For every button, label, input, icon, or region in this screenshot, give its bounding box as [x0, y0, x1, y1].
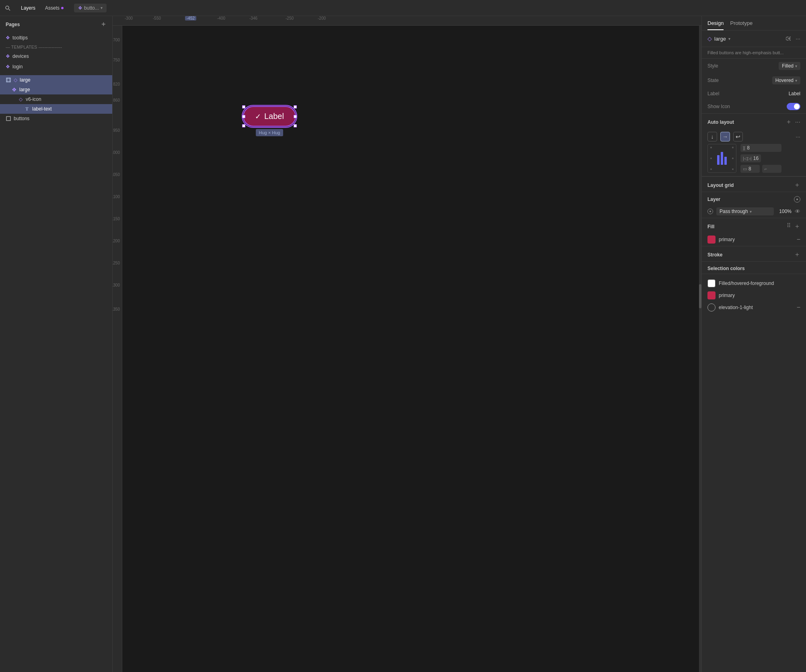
- sel-color-row-0: Filled/hovered-foreground: [707, 277, 800, 289]
- layer-target-icon[interactable]: [794, 196, 800, 203]
- al-align-box[interactable]: [707, 144, 736, 173]
- page-name-devices: devices: [12, 53, 29, 59]
- svg-point-0: [6, 6, 9, 9]
- v6-icon-layer-icon: ◇: [18, 96, 23, 102]
- handle-bl[interactable]: [242, 124, 245, 127]
- stroke-add[interactable]: ＋: [794, 250, 800, 259]
- pages-label: Pages: [6, 22, 20, 27]
- sel-label-1: primary: [719, 293, 735, 298]
- scroll-track[interactable]: [699, 26, 701, 672]
- style-value[interactable]: Filled ▾: [779, 62, 800, 70]
- component-link-icon[interactable]: [786, 35, 792, 42]
- page-item-devices[interactable]: ❖ devices: [0, 51, 112, 61]
- autolayout-section-header: Auto layout ＋ ···: [702, 113, 806, 129]
- label-prop-value: Label: [789, 91, 800, 96]
- handle-ml[interactable]: [242, 115, 245, 118]
- component-chevron[interactable]: ▾: [728, 37, 730, 41]
- tab-layers[interactable]: Layers: [17, 4, 39, 12]
- al-more-btn[interactable]: ···: [796, 133, 800, 140]
- ruler-mark-neg452: -452: [185, 16, 196, 20]
- tab-assets[interactable]: Assets: [41, 4, 68, 12]
- handle-br[interactable]: [294, 124, 297, 127]
- component-header: ◇ large ▾ ···: [702, 31, 806, 47]
- fill-color-swatch[interactable]: [707, 236, 716, 244]
- breadcrumb[interactable]: ❖ butto... ▾: [74, 4, 107, 12]
- al-corner-input[interactable]: ⌐: [762, 165, 781, 173]
- preview-button[interactable]: ✓ Label: [243, 106, 296, 127]
- tab-prototype[interactable]: Prototype: [730, 20, 753, 30]
- component-more-icon[interactable]: ···: [796, 35, 800, 42]
- al-padding-h-input[interactable]: ▭ 8: [740, 165, 760, 173]
- state-label: State: [707, 78, 719, 83]
- component-name: ◇ large ▾: [707, 35, 730, 42]
- fill-remove-button[interactable]: −: [797, 236, 800, 243]
- layout-grid-add[interactable]: ＋: [794, 181, 800, 189]
- handle-tl[interactable]: [242, 105, 245, 109]
- al-dir-right[interactable]: →: [720, 132, 730, 141]
- al-gap-input[interactable]: ][ 8: [740, 144, 781, 152]
- topbar-tabs: Layers Assets: [17, 4, 68, 12]
- ruler-mark-1350: 1350: [113, 307, 121, 311]
- component-desc: Filled buttons are high-emphasis butt...: [702, 47, 806, 59]
- tab-design[interactable]: Design: [707, 20, 724, 30]
- blend-mode-value[interactable]: Pass through ▾: [716, 207, 774, 215]
- layer-name-buttons: buttons: [14, 116, 29, 121]
- page-item-tooltips[interactable]: ❖ tooltips: [0, 33, 112, 43]
- templates-divider: --- TEMPLATES ----------------: [0, 43, 112, 51]
- main-layout: Pages ＋ ❖ tooltips --- TEMPLATES -------…: [0, 16, 806, 672]
- right-panel: Design Prototype ◇ large ▾ ··· Fill: [701, 16, 806, 672]
- fill-add[interactable]: ＋: [794, 222, 800, 231]
- opacity-value: 100%: [777, 209, 792, 214]
- page-name-login: login: [12, 64, 23, 70]
- label-prop-label: Label: [707, 91, 719, 96]
- sel-label-0: Filled/hovered-foreground: [719, 281, 774, 286]
- canvas-content: ✓ Label Hug × Hug: [122, 26, 701, 672]
- selection-colors-title: Selection colors: [707, 266, 745, 271]
- layout-grid-header: Layout grid ＋: [702, 176, 806, 192]
- sel-swatch-2[interactable]: [707, 303, 716, 311]
- autolayout-add[interactable]: ＋: [785, 118, 792, 126]
- ruler-mark-1150: 1150: [113, 217, 121, 221]
- component-icon: ❖: [6, 35, 10, 41]
- layer-v6-icon[interactable]: ◇ v6-icon: [0, 94, 112, 104]
- assets-dot: [61, 7, 64, 9]
- autolayout-more[interactable]: ···: [795, 119, 800, 126]
- add-page-button[interactable]: ＋: [100, 20, 107, 29]
- layer-label-text[interactable]: T label-text: [0, 104, 112, 114]
- layer-buttons[interactable]: buttons: [0, 114, 112, 123]
- state-value[interactable]: Hovered ▾: [772, 76, 800, 84]
- layout-grid-title: Layout grid: [707, 182, 734, 188]
- fill-section-header: Fill ⠿ ＋: [702, 218, 806, 233]
- sel-swatch-0[interactable]: [707, 279, 716, 287]
- sel-remove-2[interactable]: −: [797, 304, 800, 311]
- selection-colors-header: Selection colors: [702, 261, 806, 274]
- handle-mr[interactable]: [294, 115, 297, 118]
- layer-large-component[interactable]: ❖ large: [0, 85, 112, 94]
- svg-rect-7: [6, 117, 10, 121]
- ruler-mark-neg400: -400: [217, 16, 225, 21]
- button-preview-container: ✓ Label Hug × Hug: [243, 106, 296, 136]
- layer-large-frame[interactable]: ◇ large: [0, 75, 112, 85]
- size-label: Hug × Hug: [256, 129, 284, 136]
- diamond-icon-large: ◇: [14, 77, 17, 83]
- al-dir-wrap[interactable]: ↩: [733, 132, 743, 141]
- style-chevron: ▾: [795, 64, 797, 68]
- selection-colors-list: Filled/hovered-foreground primary elevat…: [702, 274, 806, 317]
- al-dir-down[interactable]: ↓: [707, 132, 717, 141]
- handle-tr[interactable]: [294, 105, 297, 109]
- al-align-spacing: ][ 8 |◁▷| 16 ▭ 8: [707, 144, 800, 173]
- ruler-mark-1000: 1000: [113, 150, 121, 155]
- style-label: Style: [707, 63, 718, 69]
- ruler-mark-700: 700: [113, 38, 121, 42]
- al-padding-v-input[interactable]: |◁▷| 16: [740, 154, 761, 162]
- page-item-login[interactable]: ❖ login: [0, 61, 112, 72]
- show-icon-toggle[interactable]: [787, 103, 800, 110]
- layer-visibility-icon[interactable]: 👁: [795, 208, 800, 215]
- scroll-thumb[interactable]: [699, 284, 701, 308]
- check-icon: ✓: [255, 112, 261, 121]
- search-button[interactable]: [5, 5, 10, 11]
- fill-grid-icon[interactable]: ⠿: [787, 222, 791, 231]
- sel-swatch-1[interactable]: [707, 291, 716, 299]
- ruler-mark-950: 950: [113, 128, 121, 133]
- layers-list: ◇ large ❖ large ◇ v6-icon T: [0, 75, 112, 123]
